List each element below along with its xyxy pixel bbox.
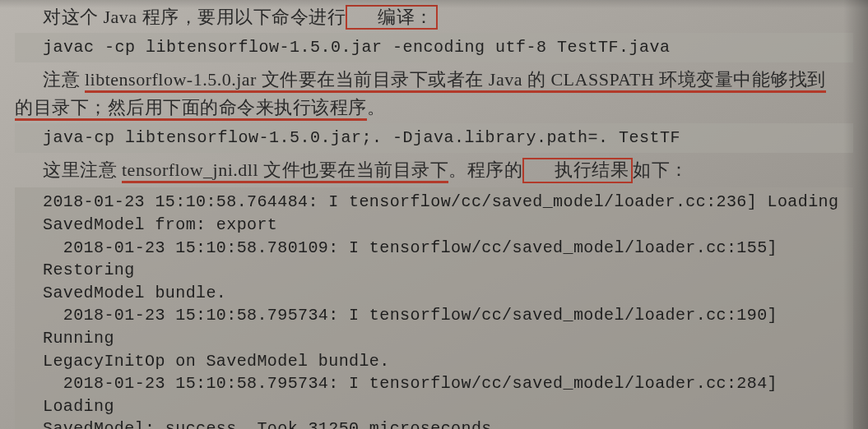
code-block-java-run: java-cp libtensorflow-1.5.0.jar;. -Djava…	[15, 123, 853, 153]
highlight-exec-result: 执行结果	[522, 158, 633, 182]
p1-text-a: 对这个	[43, 7, 104, 27]
underline-jni-dll: tensorflow_jni.dll 文件也要在当前目录下	[122, 159, 448, 183]
underline-classpath: libtensorflow-1.5.0.jar 文件要在当前目录下或者在 Jav…	[85, 69, 826, 93]
paragraph-2-cont: 的目录下；然后用下面的命令来执行该程序。	[15, 94, 853, 122]
p1-text-c: 程序，要用以下命令进行	[137, 7, 346, 27]
paragraph-2: 注意 libtensorflow-1.5.0.jar 文件要在当前目录下或者在 …	[15, 66, 853, 94]
program-output: 2018-01-23 15:10:58.764484: I tensorflow…	[15, 187, 853, 429]
paragraph-1: 对这个 Java 程序，要用以下命令进行编译：	[15, 3, 853, 31]
p3-text-a: 这里注意	[43, 159, 122, 180]
p1-java: Java	[104, 7, 137, 27]
highlight-compile: 编译：	[346, 5, 438, 30]
p3-text-c: 。程序的	[448, 159, 522, 180]
page-content: 对这个 Java 程序，要用以下命令进行编译： javac -cp libten…	[0, 0, 868, 429]
underline-classpath-2: 的目录下；然后用下面的命令来执行该程序	[15, 97, 367, 121]
p2-period: 。	[367, 97, 386, 118]
p2-text-a: 注意	[43, 69, 85, 90]
code-block-javac: javac -cp libtensorflow-1.5.0.jar -encod…	[15, 33, 853, 62]
paragraph-3: 这里注意 tensorflow_jni.dll 文件也要在当前目录下。程序的执行…	[15, 156, 853, 184]
p3-text-e: 如下：	[633, 159, 689, 180]
